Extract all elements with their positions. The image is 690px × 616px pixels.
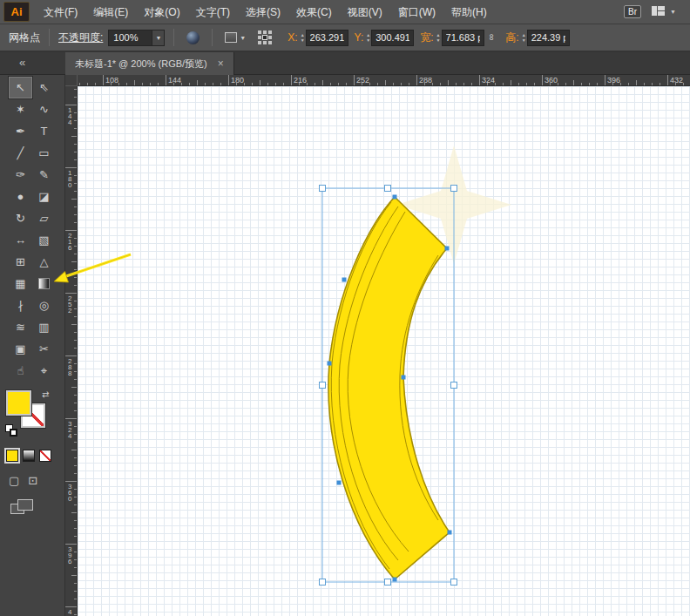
screen-mode-button[interactable] <box>10 499 35 517</box>
tab-bar: « 未标题-1* @ 200% (RGB/预览) × <box>0 52 690 75</box>
column-graph-tool[interactable]: ▥ <box>32 316 56 338</box>
close-icon[interactable]: × <box>218 58 224 70</box>
ruler-top-label: 252 <box>356 76 369 85</box>
opacity-link[interactable]: 不透明度: <box>58 30 103 45</box>
control-bar: 网格点 不透明度: 100% ▼ ▼ X:▲▼Y:▲▼宽:▲▼∞高:▲▼ <box>0 24 690 52</box>
drawing-mode-buttons: ▢⊡ <box>9 474 64 487</box>
constrain-link-icon[interactable]: ∞ <box>486 34 497 41</box>
ruler-corner[interactable] <box>65 75 78 86</box>
menu-item-object[interactable]: 对象(O) <box>136 0 187 24</box>
w-field-group: 宽:▲▼ <box>414 30 484 46</box>
pencil-tool[interactable]: ✎ <box>32 164 56 186</box>
hand-tool[interactable]: ☝ <box>9 360 32 382</box>
rectangle-tool[interactable]: ▭ <box>32 142 56 164</box>
workspace-switcher[interactable]: ▼ <box>652 6 676 17</box>
gradient-tool[interactable] <box>32 273 56 294</box>
workspace-icon <box>652 6 666 17</box>
style-options-button[interactable]: ▼ <box>225 32 246 43</box>
menu-item-select[interactable]: 选择(S) <box>238 0 288 24</box>
line-segment-tool[interactable]: ╱ <box>9 142 32 164</box>
menu-item-effect[interactable]: 效果(C) <box>288 0 340 24</box>
free-transform-tool[interactable]: ▧ <box>32 229 56 251</box>
bridge-icon[interactable]: Br <box>624 5 641 18</box>
ruler-left-label: 3 9 6 <box>68 546 71 565</box>
menu-item-edit[interactable]: 编辑(E) <box>85 0 136 24</box>
paintbrush-tool[interactable]: ✑ <box>9 164 32 186</box>
selection-tool[interactable]: ↖ <box>9 77 32 98</box>
x-input[interactable] <box>306 30 348 46</box>
magic-wand-tool[interactable]: ✶ <box>9 98 32 120</box>
rotate-tool[interactable]: ↻ <box>9 207 32 229</box>
y-label: Y: <box>355 31 364 44</box>
draw-inside-icon[interactable]: ⊡ <box>28 474 37 487</box>
pen-tool[interactable]: ✒ <box>9 120 32 142</box>
ruler-top-label: 360 <box>545 76 558 85</box>
none-mode-button[interactable] <box>39 450 51 462</box>
ruler-left[interactable]: 1 4 41 8 02 1 62 5 22 8 83 2 43 6 03 9 6… <box>65 86 78 616</box>
type-tool[interactable]: T <box>32 120 56 142</box>
document-title: 未标题-1* @ 200% (RGB/预览) <box>75 58 207 71</box>
artwork-layer <box>78 86 690 616</box>
paint-mode-buttons <box>6 450 64 462</box>
symbol-sprayer-tool[interactable]: ≋ <box>9 316 32 338</box>
zoom-tool[interactable]: ⌖ <box>32 360 56 382</box>
shape-builder-tool[interactable]: ⊞ <box>9 251 32 273</box>
ruler-top-label: 144 <box>168 76 181 85</box>
menu-item-view[interactable]: 视图(V) <box>340 0 390 24</box>
fill-swatch[interactable] <box>6 390 31 416</box>
eraser-tool[interactable]: ◪ <box>32 186 56 207</box>
ruler-top-label: 324 <box>482 76 495 85</box>
h-field-group: 高:▲▼ <box>499 30 569 46</box>
lasso-tool[interactable]: ∿ <box>32 98 56 120</box>
ruler-top[interactable]: 108144180216252288324360396432 <box>78 75 690 86</box>
separator <box>49 29 50 46</box>
x-stepper[interactable]: ▲▼ <box>301 32 305 43</box>
selected-artwork[interactable] <box>328 197 450 579</box>
menu-item-type[interactable]: 文字(T) <box>188 0 238 24</box>
blend-tool[interactable]: ◎ <box>32 294 56 316</box>
blob-brush-tool[interactable]: ● <box>9 186 32 207</box>
ruler-left-label: 2 5 2 <box>68 295 71 314</box>
y-field-group: Y:▲▼ <box>348 30 415 46</box>
ruler-left-label: 3 6 0 <box>68 484 71 502</box>
scale-tool[interactable]: ▱ <box>32 207 56 229</box>
transform-fields: X:▲▼Y:▲▼宽:▲▼∞高:▲▼ <box>281 30 569 46</box>
menu-right-icons: Br ▼ <box>624 5 690 18</box>
y-stepper[interactable]: ▲▼ <box>366 32 370 43</box>
canvas-artboard[interactable] <box>78 86 690 616</box>
w-label: 宽: <box>420 30 433 45</box>
h-input[interactable] <box>527 30 570 46</box>
ruler-top-label: 396 <box>607 76 620 85</box>
ruler-top-label: 432 <box>670 76 683 85</box>
document-tab[interactable]: 未标题-1* @ 200% (RGB/预览) × <box>65 52 234 75</box>
eyedropper-tool[interactable]: ∤ <box>9 294 32 316</box>
color-mode-button[interactable] <box>6 450 18 462</box>
slice-tool[interactable]: ✂ <box>32 338 56 360</box>
width-tool[interactable]: ↔ <box>9 229 32 251</box>
perspective-grid-tool[interactable]: △ <box>32 251 56 273</box>
swap-fill-stroke-icon[interactable]: ⇄ <box>42 389 49 399</box>
gradient-mode-button[interactable] <box>23 450 35 462</box>
artboard-tool[interactable]: ▣ <box>9 338 32 360</box>
draw-normal-icon[interactable]: ▢ <box>9 474 19 487</box>
default-fill-stroke-icon[interactable] <box>5 424 17 437</box>
opacity-dropdown-icon[interactable]: ▼ <box>152 30 165 46</box>
ruler-left-label: 3 2 4 <box>68 421 71 439</box>
direct-selection-tool[interactable]: ⇖ <box>32 77 56 98</box>
opacity-combo[interactable]: 100% ▼ <box>108 30 165 46</box>
recolor-artwork-icon[interactable] <box>186 31 200 44</box>
context-label: 网格点 <box>9 30 40 45</box>
reference-point-widget[interactable] <box>258 30 273 45</box>
w-stepper[interactable]: ▲▼ <box>436 32 441 43</box>
app-logo: Ai <box>3 2 30 22</box>
menu-item-help[interactable]: 帮助(H) <box>443 0 495 24</box>
y-input[interactable] <box>371 30 414 46</box>
h-stepper[interactable]: ▲▼ <box>522 32 526 43</box>
menu-item-window[interactable]: 窗口(W) <box>390 0 443 24</box>
panel-collapse-icon[interactable]: « <box>19 56 25 69</box>
w-input[interactable] <box>442 30 484 46</box>
mesh-tool[interactable]: ▦ <box>9 273 32 294</box>
opacity-value[interactable]: 100% <box>108 30 152 46</box>
menu-item-file[interactable]: 文件(F) <box>36 0 85 24</box>
chevron-down-icon: ▼ <box>670 9 676 15</box>
